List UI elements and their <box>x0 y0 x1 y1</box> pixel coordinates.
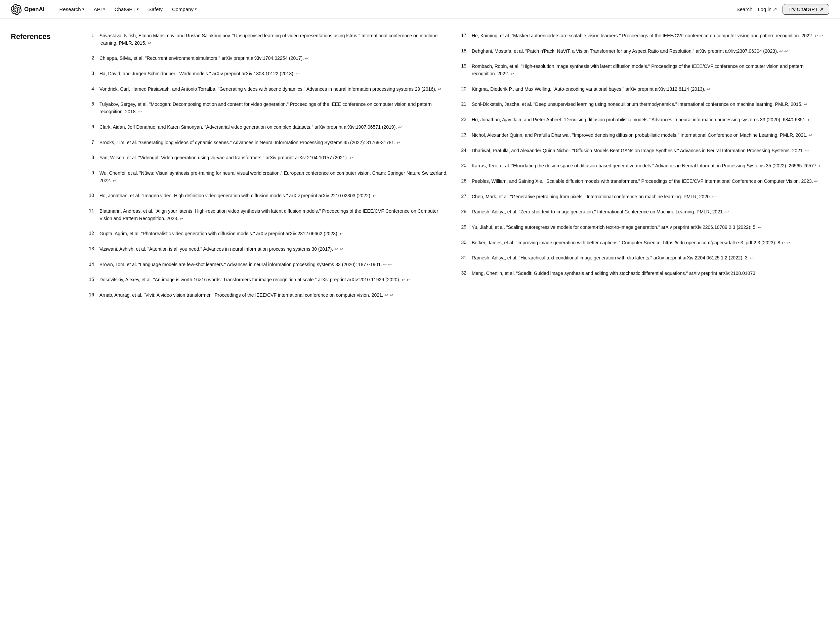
return-arrow[interactable]: ↩ <box>705 87 710 92</box>
ref-number: 10 <box>85 192 94 198</box>
return-arrow[interactable]: ↩ <box>333 247 338 252</box>
ref-item: 14Brown, Tom, et al. "Language models ar… <box>85 261 449 269</box>
ref-text: Arnab, Anurag, et al. "Vivit: A video vi… <box>99 292 449 299</box>
return-arrow[interactable]: ↩ <box>783 49 788 54</box>
ref-text: Ha, David, and Jürgen Schmidhuber. "Worl… <box>99 70 449 78</box>
navbar: OpenAI Research ▾ API ▾ ChatGPT ▾ Safety… <box>0 0 840 19</box>
ref-item: 19Rombach, Robin, et al. "High-resolutio… <box>457 63 829 77</box>
nav-links: Research ▾ API ▾ ChatGPT ▾ Safety Compan… <box>55 4 736 14</box>
return-arrow[interactable]: ↩ <box>111 178 116 183</box>
ref-text: Ho, Jonathan, et al. "Imagen video: High… <box>99 192 449 199</box>
ref-item: 25Karras, Tero, et al. "Elucidating the … <box>457 162 829 170</box>
page-container: References 1Srivastava, Nitish, Elman Ma… <box>0 19 840 320</box>
nav-company[interactable]: Company ▾ <box>168 4 201 14</box>
ref-item: 12Gupta, Agrim, et al. "Photorealistic v… <box>85 230 449 238</box>
ref-text: Ho, Jonathan, Ajay Jain, and Pieter Abbe… <box>472 116 829 124</box>
ref-number: 30 <box>457 239 466 245</box>
return-arrow[interactable]: ↩ <box>818 163 823 168</box>
return-arrow[interactable]: ↩ <box>146 41 151 46</box>
ref-text: Clark, Aidan, Jeff Donahue, and Karen Si… <box>99 124 449 131</box>
return-arrow[interactable]: ↩ <box>785 240 790 245</box>
ref-item: 6Clark, Aidan, Jeff Donahue, and Karen S… <box>85 124 449 131</box>
return-arrow[interactable]: ↩ <box>339 231 344 236</box>
return-arrow[interactable]: ↩ <box>802 102 808 107</box>
research-chevron-icon: ▾ <box>82 7 84 12</box>
return-arrow[interactable]: ↩ <box>348 155 353 160</box>
ref-number: 5 <box>85 101 94 106</box>
ref-text: Wu, Chenfei, et al. "Nüwa: Visual synthe… <box>99 170 449 184</box>
ref-item: 17He, Kaiming, et al. "Masked autoencode… <box>457 32 829 40</box>
return-arrow[interactable]: ↩ <box>509 71 514 76</box>
return-arrow[interactable]: ↩ <box>338 247 343 252</box>
return-arrow[interactable]: ↩ <box>371 193 377 198</box>
ref-item: 24Dhariwal, Prafulla, and Alexander Quin… <box>457 147 829 155</box>
return-arrow[interactable]: ↩ <box>405 277 410 282</box>
nav-safety[interactable]: Safety <box>144 4 167 14</box>
return-arrow[interactable]: ↩ <box>808 133 812 138</box>
return-arrow[interactable]: ↩ <box>778 49 783 54</box>
nav-research[interactable]: Research ▾ <box>55 4 88 14</box>
references-column-left: 1Srivastava, Nitish, Elman Mansimov, and… <box>85 32 457 307</box>
ref-item: 8Yan, Wilson, et al. "Videogpt: Video ge… <box>85 154 449 162</box>
ref-item: 9Wu, Chenfei, et al. "Nüwa: Visual synth… <box>85 170 449 184</box>
ref-text: Vondrick, Carl, Hamed Pirsiavash, and An… <box>99 86 449 93</box>
ref-number: 22 <box>457 116 466 122</box>
ref-item: 21Sohl-Dickstein, Jascha, et al. "Deep u… <box>457 101 829 108</box>
ref-number: 26 <box>457 178 466 183</box>
ref-number: 21 <box>457 101 466 106</box>
return-arrow[interactable]: ↩ <box>804 148 809 153</box>
ref-item: 18Dehghani, Mostafa, et al. "Patch n'Pac… <box>457 48 829 55</box>
ref-number: 14 <box>85 261 94 267</box>
ref-text: He, Kaiming, et al. "Masked autoencoders… <box>472 32 829 40</box>
return-arrow[interactable]: ↩ <box>757 225 762 230</box>
ref-item: 26Peebles, William, and Saining Xie. "Sc… <box>457 178 829 185</box>
ref-number: 3 <box>85 70 94 76</box>
ref-text: Brown, Tom, et al. "Language models are … <box>99 261 449 269</box>
ref-text: Ramesh, Aditya, et al. "Zero-shot text-t… <box>472 208 829 216</box>
return-arrow[interactable]: ↩ <box>388 293 393 298</box>
ref-number: 12 <box>85 230 94 236</box>
ref-text: Chiappa, Silvia, et al. "Recurrent envir… <box>99 55 449 62</box>
return-arrow[interactable]: ↩ <box>807 117 812 123</box>
ref-number: 24 <box>457 147 466 153</box>
return-arrow[interactable]: ↩ <box>813 179 818 184</box>
return-arrow[interactable]: ↩ <box>383 293 388 298</box>
ref-text: Yan, Wilson, et al. "Videogpt: Video gen… <box>99 154 449 162</box>
return-arrow[interactable]: ↩ <box>382 262 387 267</box>
return-arrow[interactable]: ↩ <box>304 56 309 61</box>
return-arrow[interactable]: ↩ <box>780 240 785 245</box>
ref-number: 25 <box>457 162 466 168</box>
ref-text: Blattmann, Andreas, et al. "Align your l… <box>99 208 449 222</box>
return-arrow[interactable]: ↩ <box>137 109 142 114</box>
return-arrow[interactable]: ↩ <box>178 216 183 221</box>
ref-text: Yu, Jiahui, et al. "Scaling autoregressi… <box>472 224 829 231</box>
try-chatgpt-button[interactable]: Try ChatGPT ↗ <box>783 4 829 15</box>
return-arrow[interactable]: ↩ <box>295 71 300 76</box>
ref-item: 4Vondrick, Carl, Hamed Pirsiavash, and A… <box>85 86 449 93</box>
ref-number: 6 <box>85 124 94 129</box>
ref-item: 23Nichol, Alexander Quinn, and Prafulla … <box>457 132 829 139</box>
api-chevron-icon: ▾ <box>103 7 105 12</box>
ref-item: 15Dosovitskiy, Alexey, et al. "An image … <box>85 276 449 283</box>
nav-chatgpt[interactable]: ChatGPT ▾ <box>111 4 143 14</box>
search-button[interactable]: Search <box>737 6 753 12</box>
return-arrow[interactable]: ↩ <box>400 277 405 282</box>
return-arrow[interactable]: ↩ <box>813 33 818 38</box>
ref-item: 7Brooks, Tim, et al. "Generating long vi… <box>85 139 449 146</box>
return-arrow[interactable]: ↩ <box>749 255 754 260</box>
return-arrow[interactable]: ↩ <box>387 262 392 267</box>
return-arrow[interactable]: ↩ <box>395 140 401 145</box>
nav-api[interactable]: API ▾ <box>90 4 109 14</box>
return-arrow[interactable]: ↩ <box>436 87 442 92</box>
return-arrow[interactable]: ↩ <box>711 194 716 199</box>
ref-text: Peebles, William, and Saining Xie. "Scal… <box>472 178 829 185</box>
return-arrow[interactable]: ↩ <box>818 33 823 38</box>
ref-text: Gupta, Agrim, et al. "Photorealistic vid… <box>99 230 449 238</box>
ref-item: 2Chiappa, Silvia, et al. "Recurrent envi… <box>85 55 449 62</box>
return-arrow[interactable]: ↩ <box>724 210 729 214</box>
openai-logo[interactable]: OpenAI <box>11 4 44 15</box>
ref-text: Rombach, Robin, et al. "High-resolution … <box>472 63 829 77</box>
return-arrow[interactable]: ↩ <box>397 125 402 130</box>
login-button[interactable]: Log in ↗ <box>758 6 777 12</box>
openai-logo-icon <box>11 4 22 15</box>
